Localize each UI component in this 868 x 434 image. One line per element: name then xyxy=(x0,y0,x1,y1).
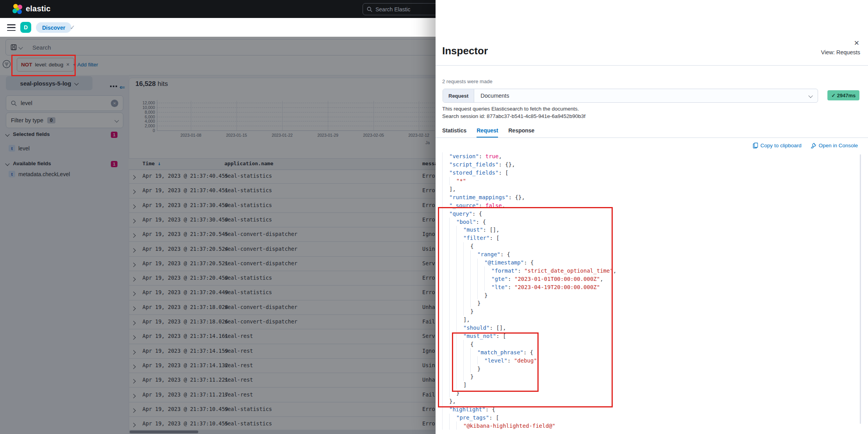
code-line: "format": "strict_date_optional_time", xyxy=(442,266,857,275)
code-line: "level": "debug" xyxy=(442,356,857,364)
code-line: "must_not": [ xyxy=(442,332,857,340)
close-icon[interactable]: ✕ xyxy=(854,39,859,47)
search-session-id: Search session id: 877abc37-b541-4c85-94… xyxy=(442,113,585,119)
elastic-logo-icon xyxy=(12,3,23,15)
divider xyxy=(436,138,868,138)
tab-request[interactable]: Request xyxy=(477,127,498,138)
copy-to-clipboard-link[interactable]: Copy to clipboard xyxy=(753,143,801,148)
tab-response[interactable]: Response xyxy=(508,127,534,138)
brand-name: elastic xyxy=(26,4,51,13)
requests-made-label: 2 requests were made xyxy=(442,79,493,84)
code-line: "filter": [ xyxy=(442,234,857,242)
code-line: "stored_fields": [ xyxy=(442,169,857,177)
space-badge[interactable]: D xyxy=(20,22,31,33)
code-line: { xyxy=(442,242,857,250)
code-line: ], xyxy=(442,185,857,193)
code-line: "lte": "2023-04-19T20:00:00.000Z" xyxy=(442,283,857,291)
code-line: "highlight": { xyxy=(442,405,857,414)
code-line: "pre_tags": [ xyxy=(442,414,857,422)
code-line: } xyxy=(442,307,857,316)
code-line: "runtime_mappings": {}, xyxy=(442,193,857,201)
flyout-backdrop xyxy=(0,37,436,434)
wrench-icon xyxy=(811,143,816,148)
code-line: "@timestamp": { xyxy=(442,259,857,267)
request-select[interactable]: Request Documents xyxy=(443,89,818,103)
code-line: "gte": "2023-01-01T00:00:00.000Z", xyxy=(442,275,857,283)
tab-statistics[interactable]: Statistics xyxy=(442,127,466,138)
code-line: "range": { xyxy=(442,250,857,259)
code-line: "bool": { xyxy=(442,218,857,226)
code-line: "query": { xyxy=(442,209,857,218)
request-description: This request queries Elasticsearch to fe… xyxy=(442,106,579,112)
request-duration-badge: ✓ 2947ms xyxy=(827,90,859,100)
open-in-console-link[interactable]: Open in Console xyxy=(811,143,858,148)
code-line: "match_phrase": { xyxy=(442,348,857,356)
code-line: } xyxy=(442,364,857,373)
code-line: "version": true, xyxy=(442,152,857,161)
code-line: "@kibana-highlighted-field@" xyxy=(442,421,857,430)
code-line: "_source": false, xyxy=(442,201,857,209)
request-select-value: Documents xyxy=(480,93,509,99)
code-line: }, xyxy=(442,397,857,405)
global-search-placeholder: Search Elastic xyxy=(375,6,410,13)
menu-hamburger-icon[interactable] xyxy=(7,24,16,31)
clipboard-icon xyxy=(753,143,758,148)
request-select-label: Request xyxy=(443,89,474,102)
request-code-block[interactable]: "version": true,"script_fields": {},"sto… xyxy=(442,152,857,434)
inspector-flyout: Inspector ✕ View: Requests 2 requests we… xyxy=(436,0,868,434)
code-scrollbar[interactable] xyxy=(860,154,861,424)
code-line: ] xyxy=(442,381,857,389)
inspector-tabs: StatisticsRequestResponse xyxy=(442,127,534,138)
code-line: } xyxy=(442,373,857,381)
code-line: } xyxy=(442,389,857,397)
search-icon xyxy=(367,7,372,12)
discover-page: elastic Search Elastic xyxy=(0,0,868,434)
divider xyxy=(436,65,868,66)
inspector-title: Inspector xyxy=(442,45,488,57)
chevron-down-icon xyxy=(808,93,813,98)
code-line: "*" xyxy=(442,177,857,185)
breadcrumb-discover[interactable]: Discover xyxy=(36,22,71,33)
inspector-view-label[interactable]: View: Requests xyxy=(821,49,860,55)
code-line: ], xyxy=(442,316,857,324)
code-line: } xyxy=(442,299,857,307)
code-line: "script_fields": {}, xyxy=(442,161,857,169)
saved-check-icon: ✓ xyxy=(70,24,75,31)
code-line: } xyxy=(442,291,857,299)
code-line: "should": [], xyxy=(442,324,857,332)
code-line: "must": [], xyxy=(442,226,857,234)
code-line: { xyxy=(442,340,857,348)
